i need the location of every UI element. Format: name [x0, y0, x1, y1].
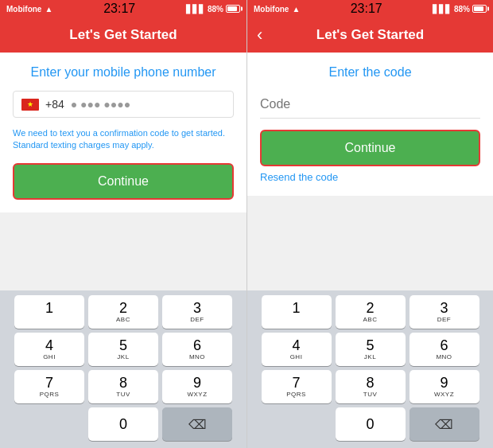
phone-number: ● ●●● ●●●●: [71, 98, 130, 111]
key-1-left[interactable]: 1: [14, 295, 84, 329]
key-3-right[interactable]: 3 DEF: [410, 295, 479, 329]
status-right-left: ▋▋▋ 88%: [186, 5, 240, 14]
key-delete-left[interactable]: ⌫: [162, 407, 232, 441]
signal-icon-left: ▋▋▋: [186, 5, 205, 14]
status-right-right: ▋▋▋ 88%: [433, 5, 487, 14]
key-8-left[interactable]: 8 TUV: [88, 370, 158, 403]
wifi-icon-right: ▲: [292, 5, 300, 14]
nav-bar-left: Let's Get Started: [0, 18, 246, 53]
time-left: 23:17: [103, 2, 135, 16]
keyboard-right: 1 2 ABC 3 DEF 4 GHI 5 JKL 6 MN: [247, 290, 493, 448]
key-1-right[interactable]: 1: [262, 295, 332, 329]
key-delete-right[interactable]: ⌫: [410, 407, 479, 441]
key-4-left[interactable]: 4 GHI: [14, 333, 84, 366]
key-6-right[interactable]: 6 MNO: [410, 333, 479, 366]
code-input[interactable]: [260, 91, 480, 119]
battery-pct-right: 88%: [454, 5, 470, 14]
key-8-right[interactable]: 8 TUV: [336, 370, 406, 403]
time-right: 23:17: [351, 2, 382, 16]
key-9-right[interactable]: 9 WXYZ: [410, 370, 479, 403]
phone-code: +84: [45, 98, 64, 111]
key-2-left[interactable]: 2 ABC: [88, 295, 158, 329]
back-button[interactable]: ‹: [257, 26, 262, 44]
keyboard-row-3-right: 7 PQRS 8 TUV 9 WXYZ: [250, 370, 490, 403]
battery-icon-right: [472, 5, 487, 13]
carrier-right: Mobifone: [254, 5, 289, 14]
key-9-left[interactable]: 9 WXYZ: [162, 370, 232, 403]
key-4-right[interactable]: 4 GHI: [262, 333, 332, 366]
key-0-right[interactable]: 0: [336, 407, 406, 441]
keyboard-row-2-right: 4 GHI 5 JKL 6 MNO: [250, 333, 490, 366]
keyboard-spacer-left: [0, 212, 246, 290]
wifi-icon: ▲: [45, 5, 52, 14]
key-5-right[interactable]: 5 JKL: [336, 333, 406, 366]
key-6-left[interactable]: 6 MNO: [162, 333, 232, 366]
key-5-left[interactable]: 5 JKL: [88, 333, 158, 366]
status-bar-right: Mobifone ▲ 23:17 ▋▋▋ 88%: [247, 0, 493, 18]
keyboard-spacer-right: [247, 196, 493, 290]
resend-link[interactable]: Resend the code: [260, 171, 480, 183]
battery-icon-left: [226, 5, 240, 13]
key-2-right[interactable]: 2 ABC: [336, 295, 406, 329]
key-7-right[interactable]: 7 PQRS: [262, 370, 332, 403]
key-7-left[interactable]: 7 PQRS: [14, 370, 84, 403]
key-3-left[interactable]: 3 DEF: [162, 295, 232, 329]
continue-button-right[interactable]: Continue: [260, 130, 480, 166]
nav-bar-right: ‹ Let's Get Started: [247, 18, 493, 53]
phone-row: ★ +84 ● ●●● ●●●●: [13, 91, 234, 118]
keyboard-row-2-left: 4 GHI 5 JKL 6 MNO: [3, 333, 243, 366]
page-title-left: Enter your mobile phone number: [13, 65, 234, 80]
status-bar-left: Mobifone ▲ 23:17 ▋▋▋ 88%: [0, 0, 246, 18]
status-left: Mobifone ▲: [6, 5, 52, 14]
keyboard-row-1-right: 1 2 ABC 3 DEF: [250, 295, 490, 329]
battery-pct-left: 88%: [208, 5, 223, 14]
nav-title-left: Let's Get Started: [69, 27, 177, 43]
keyboard-row-3-left: 7 PQRS 8 TUV 9 WXYZ: [3, 370, 243, 403]
nav-title-right: Let's Get Started: [316, 27, 424, 43]
right-screen: Mobifone ▲ 23:17 ▋▋▋ 88% ‹ Let's Get Sta…: [246, 0, 493, 448]
info-text: We need to text you a confirmation code …: [13, 127, 234, 152]
continue-button-left[interactable]: Continue: [13, 163, 234, 200]
keyboard-row-4-left: 0 ⌫: [3, 407, 243, 441]
status-left-right: Mobifone ▲: [254, 5, 300, 14]
keyboard-row-4-right: 0 ⌫: [250, 407, 490, 441]
key-0-left[interactable]: 0: [88, 407, 158, 441]
keyboard-row-1-left: 1 2 ABC 3 DEF: [3, 295, 243, 329]
left-screen: Mobifone ▲ 23:17 ▋▋▋ 88% Let's Get Start…: [0, 0, 246, 448]
key-empty-right: [262, 407, 332, 441]
content-right: Enter the code Continue Resend the code: [247, 53, 493, 196]
carrier-left: Mobifone: [6, 5, 41, 14]
keyboard-left: 1 2 ABC 3 DEF 4 GHI 5 JKL 6 MN: [0, 290, 246, 448]
signal-icon-right: ▋▋▋: [433, 5, 452, 14]
flag-vietnam: ★: [21, 99, 39, 111]
content-left: Enter your mobile phone number ★ +84 ● ●…: [0, 53, 246, 212]
key-empty-left: [14, 407, 84, 441]
page-title-right: Enter the code: [260, 65, 480, 80]
